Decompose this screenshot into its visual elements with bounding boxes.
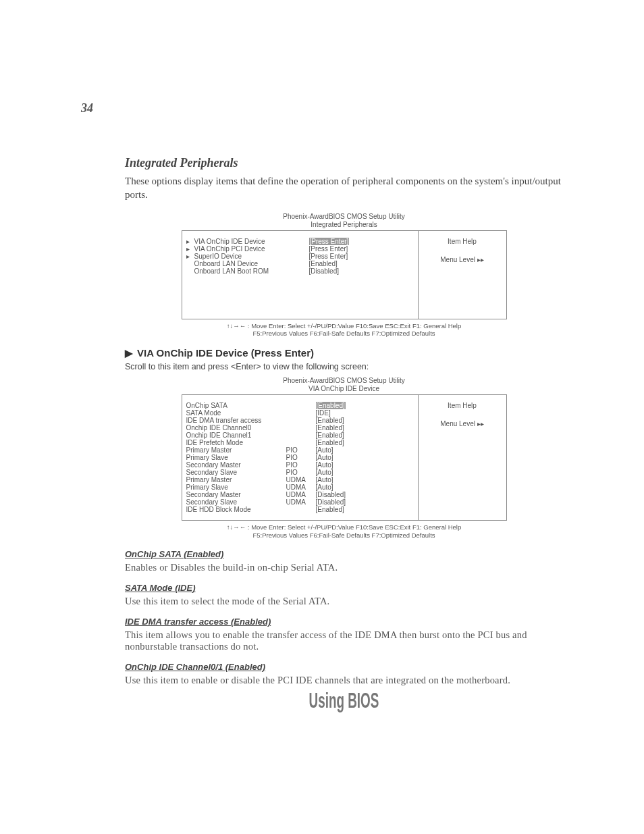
bios2-row: Secondary MasterUDMA[Disabled]: [186, 491, 414, 498]
row-label: Primary Master: [186, 446, 286, 454]
row-sublabel: PIO: [286, 469, 316, 476]
row-label: Secondary Slave: [186, 469, 286, 476]
bios1-row: Onboard LAN Device[Enabled]: [186, 260, 414, 267]
option-heading: OnChip IDE Channel0/1 (Enabled): [125, 662, 563, 672]
option-heading: IDE DMA transfer access (Enabled): [125, 617, 563, 627]
row-value: [Auto]: [316, 476, 333, 484]
sub-heading-text: VIA OnChip IDE Device (Press Enter): [137, 347, 314, 359]
bios1-row: ▸VIA OnChip IDE Device[Press Enter]: [186, 238, 414, 245]
row-label: SATA Mode: [186, 409, 286, 417]
row-label: SuperIO Device: [194, 253, 309, 260]
row-sublabel: PIO: [286, 461, 316, 469]
row-value: [Auto]: [316, 469, 333, 476]
option-text: This item allows you to enable the trans…: [125, 629, 563, 652]
bios1-footer-l1: ↑↓→← : Move Enter: Select +/-/PU/PD:Valu…: [227, 322, 462, 330]
row-sublabel: UDMA: [286, 498, 316, 506]
row-value: [Enabled]: [316, 432, 344, 439]
bios1-left: ▸VIA OnChip IDE Device[Press Enter]▸VIA …: [182, 231, 419, 319]
section-intro: These options display items that define …: [125, 174, 563, 202]
row-arrow-icon: [186, 267, 194, 275]
row-sublabel: [286, 439, 316, 446]
row-label: Secondary Slave: [186, 498, 286, 506]
row-arrow-icon: ▸: [186, 245, 194, 253]
sub-instruction: Scroll to this item and press <Enter> to…: [125, 362, 563, 371]
bios2-caption: Phoenix-AwardBIOS CMOS Setup Utility VIA…: [125, 377, 563, 393]
row-value: [Disabled]: [309, 267, 339, 275]
row-value: [Enabled]: [316, 439, 344, 446]
bios2-row: Secondary SlavePIO[Auto]: [186, 469, 414, 476]
row-label: Onchip IDE Channel0: [186, 424, 286, 432]
bios2-right-title: Item Help: [419, 402, 506, 409]
bios2-row: Primary MasterUDMA[Auto]: [186, 476, 414, 484]
bios2-row: Primary SlavePIO[Auto]: [186, 454, 414, 461]
sub-heading: ▶VIA OnChip IDE Device (Press Enter): [125, 347, 563, 359]
row-sublabel: UDMA: [286, 491, 316, 498]
row-value: [Auto]: [316, 461, 333, 469]
row-label: VIA OnChip PCI Device: [194, 245, 309, 253]
row-value: [Enabled]: [316, 402, 346, 409]
content: Integrated Peripherals These options dis…: [81, 156, 563, 710]
row-label: Secondary Master: [186, 461, 286, 469]
row-label: Onboard LAN Boot ROM: [194, 267, 309, 275]
bios1-caption: Phoenix-AwardBIOS CMOS Setup Utility Int…: [125, 213, 563, 229]
row-sublabel: [286, 506, 316, 513]
bios1-right: Item Help Menu Level ▸▸: [419, 231, 506, 319]
row-value: [Enabled]: [316, 506, 344, 513]
bios1-row: Onboard LAN Boot ROM[Disabled]: [186, 267, 414, 275]
row-label: IDE DMA transfer access: [186, 417, 286, 424]
bios2-row: IDE Prefetch Mode[Enabled]: [186, 439, 414, 446]
row-label: Onboard LAN Device: [194, 260, 309, 267]
bios1-caption-l1: Phoenix-AwardBIOS CMOS Setup Utility: [283, 213, 404, 220]
row-value: [Disabled]: [316, 498, 346, 506]
option-heading: SATA Mode (IDE): [125, 583, 563, 593]
row-value: [Auto]: [316, 484, 333, 491]
row-label: Primary Slave: [186, 454, 286, 461]
bios2-caption-l1: Phoenix-AwardBIOS CMOS Setup Utility: [283, 377, 404, 384]
row-sublabel: UDMA: [286, 476, 316, 484]
bios1-row: ▸SuperIO Device[Press Enter]: [186, 253, 414, 260]
row-label: IDE Prefetch Mode: [186, 439, 286, 446]
row-value: [Enabled]: [316, 424, 344, 432]
bios2-row: IDE HDD Block Mode[Enabled]: [186, 506, 414, 513]
bios2-row: OnChip SATA[Enabled]: [186, 402, 414, 409]
bios2-row: Secondary SlaveUDMA[Disabled]: [186, 498, 414, 506]
row-value: [Enabled]: [316, 417, 344, 424]
row-sublabel: [286, 432, 316, 439]
row-sublabel: UDMA: [286, 484, 316, 491]
bios2-footer: ↑↓→← : Move Enter: Select +/-/PU/PD:Valu…: [182, 523, 506, 540]
row-value: [Auto]: [316, 454, 333, 461]
row-sublabel: [286, 402, 316, 409]
row-label: Onchip IDE Channel1: [186, 432, 286, 439]
row-label: Primary Slave: [186, 484, 286, 491]
page-number: 34: [81, 101, 563, 115]
row-label: Primary Master: [186, 476, 286, 484]
page: 34 Integrated Peripherals These options …: [0, 0, 644, 750]
row-value: [Press Enter]: [309, 245, 348, 253]
bios2-row: Primary SlaveUDMA[Auto]: [186, 484, 414, 491]
row-value: [IDE]: [316, 409, 331, 417]
row-label: IDE HDD Block Mode: [186, 506, 286, 513]
option-text: Enables or Disables the build-in on-chip…: [125, 562, 563, 573]
row-sublabel: PIO: [286, 446, 316, 454]
row-arrow-icon: [186, 260, 194, 267]
bios2-row: Onchip IDE Channel1[Enabled]: [186, 432, 414, 439]
bios2-caption-l2: VIA OnChip IDE Device: [308, 385, 379, 392]
bios2-footer-l1: ↑↓→← : Move Enter: Select +/-/PU/PD:Valu…: [227, 523, 462, 531]
bios2-row: Secondary MasterPIO[Auto]: [186, 461, 414, 469]
bios2-row: Primary MasterPIO[Auto]: [186, 446, 414, 454]
bios2-left: OnChip SATA[Enabled]SATA Mode[IDE]IDE DM…: [182, 395, 419, 520]
row-label: VIA OnChip IDE Device: [194, 238, 309, 245]
bios1-caption-l2: Integrated Peripherals: [311, 221, 377, 228]
row-sublabel: [286, 417, 316, 424]
bios1-row: ▸VIA OnChip PCI Device[Press Enter]: [186, 245, 414, 253]
bios2-footer-l2: F5:Previous Values F6:Fail-Safe Defaults…: [252, 531, 435, 539]
row-value: [Auto]: [316, 446, 333, 454]
row-sublabel: [286, 409, 316, 417]
option-text: Use this item to enable or disable the P…: [125, 675, 563, 686]
bios2-right-level: Menu Level ▸▸: [419, 420, 506, 427]
bios1-footer-l2: F5:Previous Values F6:Fail-Safe Defaults…: [252, 330, 435, 337]
row-value: [Press Enter]: [309, 238, 350, 245]
triangle-icon: ▶: [125, 347, 133, 359]
bios2-row: Onchip IDE Channel0[Enabled]: [186, 424, 414, 432]
row-label: OnChip SATA: [186, 402, 286, 409]
